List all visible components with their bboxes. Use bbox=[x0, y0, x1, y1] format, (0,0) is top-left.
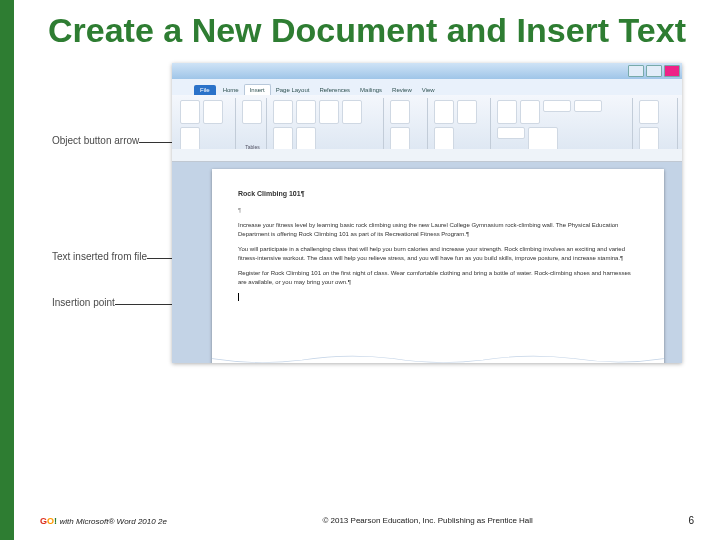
picture-icon[interactable] bbox=[273, 100, 293, 124]
quickparts-icon[interactable] bbox=[543, 100, 571, 112]
insertion-point-cursor bbox=[238, 293, 239, 301]
screenshot-icon[interactable] bbox=[296, 127, 316, 151]
slide-title: Create a New Document and Insert Text bbox=[14, 0, 720, 49]
maximize-icon[interactable] bbox=[646, 65, 662, 77]
torn-edge bbox=[212, 353, 664, 363]
document-page[interactable]: Rock Climbing 101¶ ¶ Increase your fitne… bbox=[212, 169, 664, 363]
callout-object-arrow-label: Object button arrow bbox=[52, 135, 139, 146]
tab-file[interactable]: File bbox=[194, 85, 216, 95]
table-icon[interactable] bbox=[242, 100, 262, 124]
doc-blank: ¶ bbox=[238, 206, 638, 215]
tab-review[interactable]: Review bbox=[387, 85, 417, 95]
callout-insertion-point-label: Insertion point bbox=[52, 297, 115, 308]
group-headerfooter: Header & Footer bbox=[430, 98, 490, 152]
bookmark-icon[interactable] bbox=[390, 127, 410, 151]
tab-pagelayout[interactable]: Page Layout bbox=[271, 85, 315, 95]
close-icon[interactable] bbox=[664, 65, 680, 77]
minimize-icon[interactable] bbox=[628, 65, 644, 77]
callout-column: Object button arrow Text inserted from f… bbox=[52, 63, 172, 363]
cover-page-icon[interactable] bbox=[180, 100, 200, 124]
group-links: Links bbox=[386, 98, 429, 152]
slide-footer: GO! with Microsoft® Word 2010 2e © 2013 … bbox=[40, 515, 694, 526]
callout-insertion-point: Insertion point bbox=[52, 297, 115, 308]
tab-insert[interactable]: Insert bbox=[244, 84, 271, 95]
tab-mailings[interactable]: Mailings bbox=[355, 85, 387, 95]
window-titlebar bbox=[172, 63, 682, 79]
blank-page-icon[interactable] bbox=[203, 100, 223, 124]
object-button[interactable] bbox=[528, 127, 558, 151]
chart-icon[interactable] bbox=[273, 127, 293, 151]
tab-references[interactable]: References bbox=[314, 85, 355, 95]
doc-p2: You will participate in a challenging cl… bbox=[238, 245, 638, 263]
tab-home[interactable]: Home bbox=[218, 85, 244, 95]
wordart-icon[interactable] bbox=[520, 100, 540, 124]
group-text: Text bbox=[493, 98, 634, 152]
doc-p1: Increase your fitness level by learning … bbox=[238, 221, 638, 239]
ribbon: Pages Tables Illustrations Links Header … bbox=[172, 95, 682, 156]
pagenum-icon[interactable] bbox=[434, 127, 454, 151]
ribbon-tabs: File Home Insert Page Layout References … bbox=[172, 79, 682, 95]
page-break-icon[interactable] bbox=[180, 127, 200, 151]
textbox-icon[interactable] bbox=[497, 100, 517, 124]
footer-brand-with: with Microsoft bbox=[60, 517, 109, 526]
footer-copyright: © 2013 Pearson Education, Inc. Publishin… bbox=[322, 516, 532, 525]
doc-heading: Rock Climbing 101¶ bbox=[238, 189, 638, 200]
equation-icon[interactable] bbox=[639, 100, 659, 124]
footer-icon[interactable] bbox=[457, 100, 477, 124]
ruler[interactable] bbox=[172, 149, 682, 162]
tab-view[interactable]: View bbox=[417, 85, 440, 95]
smartart-icon[interactable] bbox=[342, 100, 362, 124]
footer-pagenum: 6 bbox=[688, 515, 694, 526]
callout-object-arrow: Object button arrow bbox=[52, 135, 139, 146]
hyperlink-icon[interactable] bbox=[390, 100, 410, 124]
footer-left: GO! with Microsoft® Word 2010 2e bbox=[40, 516, 167, 526]
footer-brand-prod: Word 2010 2e bbox=[114, 517, 166, 526]
go-logo: GO! bbox=[40, 516, 57, 526]
group-symbols: Symbols bbox=[635, 98, 678, 152]
figure: Object button arrow Text inserted from f… bbox=[52, 63, 682, 363]
datetime-icon[interactable] bbox=[497, 127, 525, 139]
symbol-icon[interactable] bbox=[639, 127, 659, 151]
slide: Create a New Document and Insert Text Ob… bbox=[0, 0, 720, 540]
document-workspace: Rock Climbing 101¶ ¶ Increase your fitne… bbox=[172, 149, 682, 363]
shapes-icon[interactable] bbox=[319, 100, 339, 124]
callout-text-inserted-label: Text inserted from file bbox=[52, 251, 147, 262]
clipart-icon[interactable] bbox=[296, 100, 316, 124]
callout-text-inserted: Text inserted from file bbox=[52, 251, 147, 262]
group-pages: Pages bbox=[176, 98, 236, 152]
group-tables: Tables bbox=[238, 98, 267, 152]
doc-p3: Register for Rock Climbing 101 on the fi… bbox=[238, 269, 638, 287]
header-icon[interactable] bbox=[434, 100, 454, 124]
word-screenshot: File Home Insert Page Layout References … bbox=[172, 63, 682, 363]
signature-icon[interactable] bbox=[574, 100, 602, 112]
group-illustrations: Illustrations bbox=[269, 98, 383, 152]
